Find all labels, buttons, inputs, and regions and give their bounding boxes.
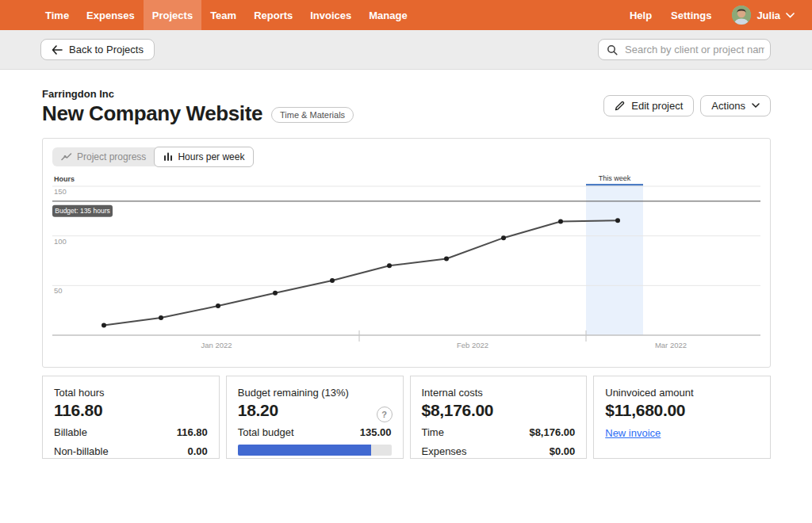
card-title: Internal costs — [422, 387, 576, 399]
internal-costs-card: Internal costs $8,176.00 Time $8,176.00 … — [410, 376, 588, 459]
summary-cards: Total hours 116.80 Billable 116.80 Non-b… — [42, 376, 771, 459]
expenses-cost-row: Expenses $0.00 — [422, 445, 576, 458]
row-value: 0.00 — [187, 445, 207, 458]
row-value: $8,176.00 — [529, 426, 575, 439]
tab-project-progress-label: Project progress — [77, 151, 146, 162]
row-value: $0.00 — [550, 445, 576, 458]
new-invoice-link[interactable]: New invoice — [605, 427, 661, 439]
nav-item-help[interactable]: Help — [622, 10, 660, 21]
row-value: 116.80 — [177, 426, 208, 439]
billable-row: Billable 116.80 — [54, 426, 208, 439]
chevron-down-icon — [752, 103, 760, 109]
budget-progress-bar — [238, 445, 392, 456]
svg-text:Budget: 135 hours: Budget: 135 hours — [55, 207, 109, 215]
svg-text:50: 50 — [54, 286, 63, 295]
svg-text:Mar 2022: Mar 2022 — [655, 341, 687, 349]
nav-item-time[interactable]: Time — [36, 0, 78, 30]
total-budget-row: Total budget 135.00 — [238, 426, 392, 439]
uninvoiced-amount-card: Uninvoiced amount $11,680.00 New invoice — [593, 376, 771, 459]
nav-item-projects[interactable]: Projects — [144, 0, 201, 30]
edit-project-label: Edit project — [631, 100, 683, 112]
project-progress-chart: This week15010050HoursBudget: 135 hoursJ… — [43, 139, 772, 368]
search-icon — [607, 44, 618, 55]
nav-spacer — [416, 0, 622, 30]
sub-bar: Back to Projects — [0, 30, 812, 70]
tab-hours-per-week-label: Hours per week — [178, 151, 244, 162]
svg-text:100: 100 — [54, 236, 67, 245]
edit-project-button[interactable]: Edit project — [603, 95, 694, 116]
card-title: Total hours — [54, 387, 208, 399]
nav-right: Help Settings Julia — [622, 0, 799, 30]
svg-text:Jan 2022: Jan 2022 — [201, 341, 232, 349]
bar-chart-icon — [163, 152, 173, 161]
nav-item-manage[interactable]: Manage — [360, 0, 416, 30]
uninvoiced-amount-value: $11,680.00 — [605, 401, 759, 420]
budget-remaining-card: Budget remaining (13%) 18.20 ? Total bud… — [226, 376, 404, 459]
nav-item-invoices[interactable]: Invoices — [301, 0, 360, 30]
help-icon[interactable]: ? — [377, 407, 393, 422]
chart-view-toggle: Project progress Hours per week — [52, 147, 253, 166]
row-label: Time — [422, 426, 444, 439]
client-name: Farringdon Inc — [42, 88, 354, 100]
internal-costs-value: $8,176.00 — [422, 401, 576, 420]
svg-text:Hours: Hours — [54, 175, 75, 183]
main-content: Farringdon Inc New Company Website Time … — [0, 88, 812, 459]
avatar — [732, 6, 751, 25]
back-arrow-icon — [52, 45, 63, 55]
page-header: Farringdon Inc New Company Website Time … — [42, 88, 771, 125]
back-to-projects-button[interactable]: Back to Projects — [40, 39, 155, 60]
card-title: Uninvoiced amount — [605, 387, 759, 399]
total-hours-value: 116.80 — [54, 401, 208, 420]
nav-item-team[interactable]: Team — [201, 0, 245, 30]
total-hours-card: Total hours 116.80 Billable 116.80 Non-b… — [42, 376, 220, 459]
project-search[interactable] — [598, 39, 771, 60]
header-actions: Edit project Actions — [603, 95, 771, 116]
row-label: Total budget — [238, 426, 294, 439]
budget-progress-fill — [238, 445, 372, 456]
row-label: Expenses — [422, 445, 467, 458]
nav-item-settings[interactable]: Settings — [663, 10, 719, 21]
nav-item-reports[interactable]: Reports — [245, 0, 301, 30]
row-value: 135.00 — [360, 426, 392, 439]
tab-hours-per-week[interactable]: Hours per week — [154, 147, 254, 167]
search-input[interactable] — [623, 43, 766, 56]
card-title: Budget remaining (13%) — [238, 387, 392, 399]
chevron-down-icon — [786, 13, 795, 18]
budget-remaining-value: 18.20 — [238, 401, 392, 420]
project-type-badge: Time & Materials — [271, 107, 354, 123]
pencil-icon — [615, 101, 625, 111]
back-button-label: Back to Projects — [69, 44, 144, 55]
tab-project-progress[interactable]: Project progress — [52, 147, 155, 166]
row-label: Non-billable — [54, 445, 109, 458]
user-name: Julia — [756, 10, 780, 21]
line-chart-icon — [61, 153, 72, 161]
nav-item-expenses[interactable]: Expenses — [78, 0, 144, 30]
page-title: New Company Website — [42, 102, 262, 125]
non-billable-row: Non-billable 0.00 — [54, 445, 208, 458]
project-heading: Farringdon Inc New Company Website Time … — [42, 88, 354, 125]
svg-text:This week: This week — [599, 174, 631, 182]
project-chart-card: Project progress Hours per week This wee… — [42, 138, 771, 368]
user-menu[interactable]: Julia — [722, 6, 799, 25]
row-label: Billable — [54, 426, 87, 439]
actions-label: Actions — [711, 100, 745, 112]
main-menu: Time Expenses Projects Team Reports Invo… — [36, 0, 416, 30]
actions-button[interactable]: Actions — [700, 95, 771, 116]
top-nav: Time Expenses Projects Team Reports Invo… — [0, 0, 812, 30]
svg-text:150: 150 — [54, 187, 67, 196]
svg-text:Feb 2022: Feb 2022 — [457, 341, 488, 349]
time-cost-row: Time $8,176.00 — [422, 426, 576, 439]
